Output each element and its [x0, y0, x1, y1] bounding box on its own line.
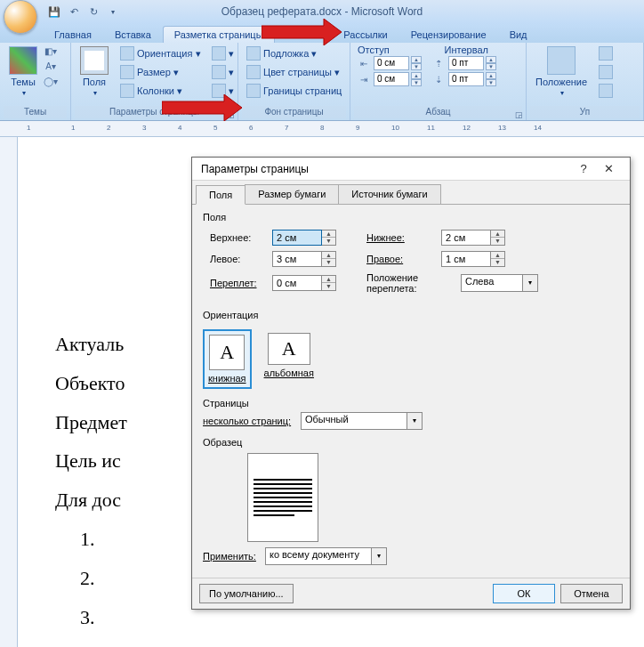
orientation-button[interactable]: Ориентация ▾	[116, 44, 205, 62]
multi-pages-combo[interactable]: Обычный▾	[301, 412, 423, 430]
sample-group: Образец Применить: ко всему документу▾	[203, 437, 619, 565]
indent-right-input[interactable]: 0 см	[374, 72, 409, 86]
watermark-button[interactable]: Подложка ▾	[242, 44, 346, 62]
right-margin-input[interactable]: ▲▼	[441, 251, 505, 267]
indent-header: Отступ	[358, 44, 390, 55]
page-color-button[interactable]: Цвет страницы ▾	[242, 63, 346, 81]
horizontal-ruler[interactable]: 11234567891011121314	[0, 121, 644, 137]
space-before-input[interactable]: 0 пт	[448, 56, 484, 70]
theme-effects-icon[interactable]: ◯▾	[44, 75, 57, 87]
position-label: Положение	[535, 77, 587, 87]
ok-button[interactable]: ОК	[493, 584, 555, 603]
tab-page-layout[interactable]: Разметка страницы	[163, 26, 275, 43]
margins-group-title: Поля	[203, 212, 619, 222]
dialog-title: Параметры страницы	[201, 163, 309, 175]
bottom-margin-input[interactable]: ▲▼	[441, 230, 505, 246]
portrait-icon: A	[209, 335, 245, 370]
tab-view[interactable]: Вид	[498, 26, 539, 43]
tab-review[interactable]: Рецензирование	[399, 26, 498, 43]
arrange-btn3[interactable]	[594, 82, 617, 100]
themes-icon	[9, 46, 37, 75]
gutter-pos-combo[interactable]: Слева▾	[461, 274, 538, 292]
arrange-btn2[interactable]	[594, 63, 617, 81]
theme-fonts-icon[interactable]: A▾	[44, 60, 57, 72]
annotation-arrow-bottom	[162, 94, 242, 121]
dialog-titlebar[interactable]: Параметры страницы ? ✕	[192, 158, 630, 181]
paragraph-launcher[interactable]: ◲	[513, 109, 524, 119]
themes-label: Темы	[11, 77, 36, 87]
orientation-landscape[interactable]: A альбомная	[261, 329, 318, 389]
watermark-icon	[246, 46, 261, 61]
vertical-ruler[interactable]	[0, 137, 18, 647]
group-label-arrange: Уп	[530, 106, 640, 118]
position-icon	[547, 46, 576, 75]
top-margin-label: Верхнее:	[210, 232, 272, 243]
left-margin-label: Левое:	[210, 254, 272, 264]
dialog-close-button[interactable]: ✕	[596, 160, 621, 178]
page-borders-button[interactable]: Границы страниц	[242, 82, 346, 100]
margins-button[interactable]: Поля ▾	[75, 44, 114, 106]
dialog-buttons: По умолчанию... ОК Отмена	[192, 578, 630, 609]
undo-icon[interactable]: ↶	[66, 4, 82, 20]
breaks-button[interactable]: ▾	[207, 44, 238, 62]
ribbon: Темы ▾ ◧▾ A▾ ◯▾ Темы Поля ▾ Ориентация ▾…	[0, 43, 644, 121]
tab-home[interactable]: Главная	[43, 26, 103, 43]
svg-marker-1	[162, 94, 242, 121]
margins-icon	[80, 46, 109, 75]
group-label-bg: Фон страницы	[242, 106, 346, 118]
group-label-paragraph: Абзац◲	[354, 106, 522, 118]
size-icon	[120, 65, 134, 79]
size-button[interactable]: Размер ▾	[116, 63, 205, 81]
page-borders-icon	[246, 84, 261, 98]
apply-to-label: Применить:	[203, 551, 265, 562]
page-setup-dialog: Параметры страницы ? ✕ Поля Размер бумаг…	[191, 157, 631, 610]
line-numbers-button[interactable]: ▾	[207, 63, 238, 81]
orientation-group: Ориентация A книжная A альбомная	[203, 310, 619, 391]
dialog-tab-source[interactable]: Источник бумаги	[338, 184, 440, 204]
breaks-icon	[212, 46, 226, 61]
redo-icon[interactable]: ↻	[85, 4, 101, 20]
dialog-tab-margins[interactable]: Поля	[196, 185, 246, 205]
left-margin-input[interactable]: ▲▼	[272, 251, 336, 267]
qat-customize-icon[interactable]: ▾	[105, 4, 121, 20]
top-margin-input[interactable]: ▲▼	[272, 230, 336, 246]
dialog-tab-paper[interactable]: Размер бумаги	[245, 184, 339, 204]
columns-icon	[120, 84, 134, 98]
group-arrange: Положение ▾ Уп	[527, 43, 644, 120]
tab-mailings[interactable]: Рассылки	[332, 26, 398, 43]
apply-to-combo[interactable]: ко всему документу▾	[265, 547, 387, 565]
svg-marker-0	[262, 19, 342, 45]
arrange-btn1[interactable]	[594, 44, 617, 62]
sample-group-title: Образец	[203, 437, 619, 448]
theme-colors-icon[interactable]: ◧▾	[44, 44, 57, 57]
orientation-icon	[120, 46, 134, 61]
position-button[interactable]: Положение ▾	[530, 44, 592, 106]
gutter-pos-label: Положение переплета:	[336, 272, 461, 294]
group-themes: Темы ▾ ◧▾ A▾ ◯▾ Темы	[0, 43, 71, 120]
dialog-help-button[interactable]: ?	[571, 160, 596, 178]
orientation-portrait[interactable]: A книжная	[203, 329, 252, 389]
dialog-body: Поля Верхнее: ▲▼ Нижнее: ▲▼ Левое: ▲▼ Пр…	[192, 204, 630, 578]
save-icon[interactable]: 💾	[46, 4, 62, 20]
pages-group: Страницы несколько страниц: Обычный▾	[203, 398, 619, 430]
landscape-icon: A	[268, 333, 310, 365]
indent-left-icon: ⇤	[358, 57, 370, 69]
margins-group: Поля Верхнее: ▲▼ Нижнее: ▲▼ Левое: ▲▼ Пр…	[203, 212, 619, 303]
office-button[interactable]	[4, 0, 37, 34]
themes-button[interactable]: Темы ▾	[4, 44, 43, 106]
portrait-label: книжная	[208, 373, 246, 384]
indent-left-input[interactable]: 0 см	[374, 56, 409, 70]
landscape-label: альбомная	[264, 368, 314, 378]
default-button[interactable]: По умолчанию...	[199, 584, 294, 603]
margins-label: Поля	[83, 77, 106, 87]
multi-pages-label: несколько страниц:	[203, 416, 301, 426]
dialog-tabs: Поля Размер бумаги Источник бумаги	[192, 181, 630, 204]
sample-preview	[247, 453, 318, 542]
gutter-input[interactable]: ▲▼	[272, 275, 336, 291]
orientation-group-title: Ориентация	[203, 310, 619, 320]
space-after-input[interactable]: 0 пт	[448, 72, 484, 86]
tab-insert[interactable]: Вставка	[103, 26, 163, 43]
group-page-bg: Подложка ▾ Цвет страницы ▾ Границы стран…	[238, 43, 350, 120]
bottom-margin-label: Нижнее:	[336, 232, 441, 243]
cancel-button[interactable]: Отмена	[560, 584, 623, 603]
